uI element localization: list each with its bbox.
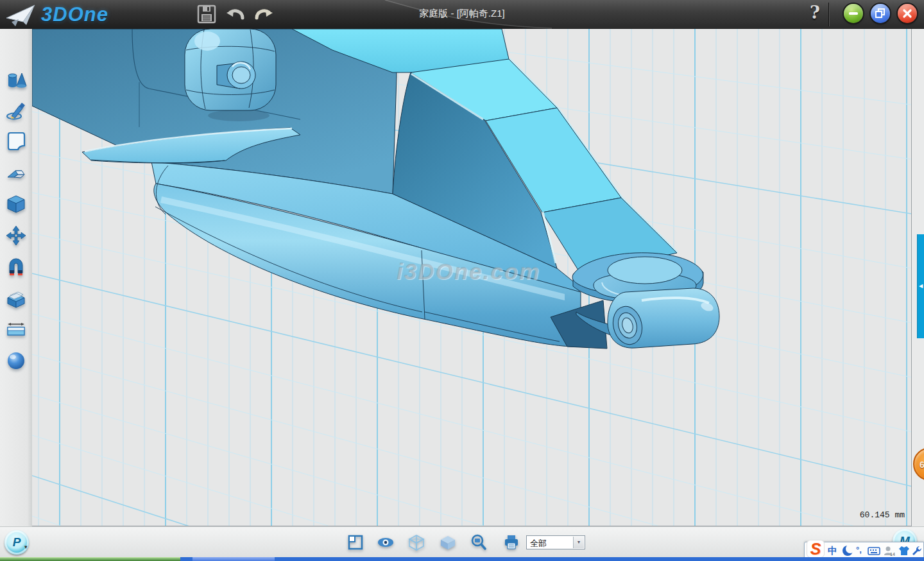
scale-indicator: 60.145 mm <box>809 510 905 520</box>
feature-cube-icon[interactable] <box>5 193 27 215</box>
os-taskbar-edge <box>0 557 924 561</box>
print-icon[interactable] <box>503 534 520 551</box>
profile-p-button[interactable]: P <box>4 530 29 555</box>
soft-keyboard-icon[interactable] <box>868 545 879 557</box>
restore-button[interactable] <box>871 4 890 23</box>
profile-dropdown-arrow[interactable]: ▾ <box>24 544 28 550</box>
minimize-button[interactable] <box>844 4 863 23</box>
display-filter-dropdown[interactable]: 全部 ▾ <box>526 535 585 549</box>
left-toolbar <box>0 29 32 526</box>
skin-tshirt-icon[interactable] <box>898 545 910 557</box>
zoom-search-icon[interactable] <box>470 534 487 551</box>
dimension-measure-icon[interactable] <box>5 318 27 340</box>
settings-wrench-icon[interactable] <box>911 545 923 557</box>
sketch-draw-icon[interactable] <box>5 99 27 121</box>
title-bar: 3DOne 家庭版 - [阿帕奇.Z <box>0 0 924 29</box>
sogou-ime-bar: S 中 °, 14 <box>804 542 924 559</box>
application-window: 3DOne 家庭版 - [阿帕奇.Z <box>0 0 924 561</box>
user-account-icon[interactable]: 14 <box>883 545 894 557</box>
taskbar-green-segment <box>0 557 180 561</box>
full-half-moon-icon[interactable] <box>842 545 853 557</box>
user-badge-number: 14 <box>890 552 895 557</box>
wireframe-cube-icon[interactable] <box>408 534 425 551</box>
chinese-mode-icon[interactable]: 中 <box>828 545 837 557</box>
move-icon[interactable] <box>5 225 27 246</box>
dropdown-arrow-button[interactable]: ▾ <box>573 537 584 548</box>
modeling-viewport[interactable]: i3DOne.com 60.145 mm <box>32 29 912 526</box>
bottom-toolbar: P ▾ <box>0 526 924 557</box>
sketch-region-icon[interactable] <box>5 130 27 152</box>
sogou-logo-icon[interactable]: S <box>807 540 825 558</box>
filter-selected-value: 全部 <box>530 538 547 549</box>
window-title: 家庭版 - [阿帕奇.Z1] <box>0 8 924 20</box>
primitives-solid-icon[interactable] <box>5 68 27 90</box>
magnet-assembly-icon[interactable] <box>5 256 27 278</box>
close-button[interactable] <box>898 4 917 23</box>
render-sphere-icon[interactable] <box>5 350 27 372</box>
combine-box-icon[interactable] <box>5 288 27 309</box>
erase-icon[interactable] <box>5 162 27 184</box>
shaded-cube-icon[interactable] <box>440 534 456 551</box>
taskbar-highlight-segment <box>193 557 275 561</box>
watermark-text: i3DOne.com <box>397 259 540 284</box>
visibility-eye-icon[interactable] <box>377 534 393 551</box>
punctuation-icon[interactable]: °, <box>856 545 868 557</box>
header-divider <box>829 3 830 26</box>
panel-collapse-tab[interactable]: ◀ <box>917 234 924 338</box>
view-plane-icon[interactable] <box>347 534 364 551</box>
help-button[interactable]: ? <box>805 3 825 26</box>
